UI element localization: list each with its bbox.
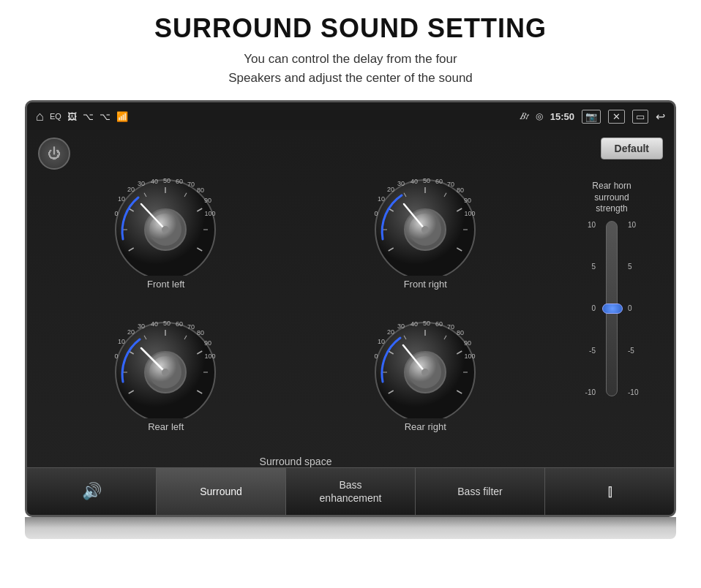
- svg-text:0: 0: [115, 353, 119, 360]
- main-content: ⏻ Default: [27, 130, 674, 467]
- power-button[interactable]: ⏻: [38, 137, 70, 170]
- surround-space-label: Surround space: [38, 456, 553, 467]
- svg-text:90: 90: [204, 197, 211, 204]
- svg-text:100: 100: [464, 353, 475, 360]
- knob-rear-right[interactable]: 10 20 30 40 50 60 70 80 90 100 0: [298, 316, 554, 455]
- knobs-left: 10 20 30 40 50 60 70 80 90 100 0: [38, 173, 553, 467]
- knob-rear-right-label: Rear right: [405, 421, 446, 432]
- svg-point-99: [421, 369, 429, 376]
- svg-text:60: 60: [176, 320, 183, 328]
- svg-text:100: 100: [464, 210, 475, 217]
- svg-text:40: 40: [411, 320, 418, 328]
- back-icon[interactable]: ↩: [656, 110, 665, 124]
- status-bar-right: 𝐵𝑡 ◎ 15:50 📷 ✕ ▭ ↩: [520, 110, 665, 124]
- svg-text:100: 100: [205, 353, 216, 360]
- svg-text:90: 90: [204, 339, 211, 347]
- eq-sliders-icon: ⫿: [607, 481, 613, 502]
- svg-text:90: 90: [464, 197, 471, 204]
- svg-text:80: 80: [457, 186, 464, 194]
- knobs-grid: 10 20 30 40 50 60 70 80 90 100 0: [38, 173, 553, 454]
- tab-bass-enhancement-label: Bassenhancement: [320, 478, 382, 505]
- svg-text:80: 80: [197, 186, 204, 194]
- svg-text:80: 80: [457, 329, 464, 336]
- gauge-rear-left: 10 20 30 40 50 60 70 80 90 100 0: [109, 316, 222, 418]
- tab-speaker[interactable]: 🔊: [27, 468, 157, 515]
- svg-text:10: 10: [118, 338, 125, 345]
- svg-text:70: 70: [187, 181, 195, 188]
- svg-text:80: 80: [197, 329, 204, 336]
- tab-bass-filter-label: Bass filter: [457, 485, 502, 498]
- svg-text:0: 0: [374, 210, 378, 217]
- slider-track-wrapper[interactable]: [603, 221, 621, 396]
- svg-text:20: 20: [387, 328, 394, 336]
- gauge-rear-right: 10 20 30 40 50 60 70 80 90 100 0: [369, 316, 482, 418]
- gauge-front-left: 10 20 30 40 50 60 70 80 90 100 0: [109, 173, 222, 276]
- svg-text:20: 20: [387, 186, 394, 193]
- knob-rear-left-label: Rear left: [148, 421, 184, 432]
- slider-track[interactable]: [606, 221, 618, 396]
- header-section: SURROUND SOUND SETTING You can control t…: [0, 0, 701, 93]
- gps-icon: ◎: [536, 111, 543, 121]
- default-button[interactable]: Default: [601, 137, 663, 159]
- wifi-icon: 📶: [116, 111, 128, 122]
- svg-text:60: 60: [435, 178, 443, 185]
- svg-text:40: 40: [151, 178, 158, 185]
- tab-surround-label: Surround: [200, 485, 242, 498]
- time-display: 15:50: [550, 111, 574, 122]
- slider-thumb[interactable]: [602, 304, 623, 314]
- svg-text:10: 10: [378, 195, 385, 203]
- svg-text:100: 100: [205, 210, 216, 217]
- screen-icon[interactable]: ▭: [632, 110, 648, 124]
- svg-text:50: 50: [423, 177, 430, 184]
- power-icon: ⏻: [48, 146, 61, 162]
- tab-eq[interactable]: ⫿: [545, 468, 674, 515]
- tab-bass-enhancement[interactable]: Bassenhancement: [286, 468, 416, 515]
- tab-bass-filter[interactable]: Bass filter: [416, 468, 545, 515]
- gauge-front-right: 10 20 30 40 50 60 70 80 90 100 0: [369, 173, 482, 276]
- eq-label: EQ: [50, 112, 61, 121]
- knob-front-right-label: Front right: [404, 279, 447, 290]
- svg-text:70: 70: [447, 181, 454, 188]
- camera-icon[interactable]: 📷: [582, 110, 601, 124]
- tab-surround[interactable]: Surround: [157, 468, 286, 515]
- close-icon[interactable]: ✕: [608, 110, 625, 124]
- svg-text:30: 30: [138, 180, 145, 187]
- svg-point-49: [421, 226, 429, 233]
- home-icon[interactable]: ⌂: [36, 109, 44, 124]
- svg-text:0: 0: [374, 353, 378, 360]
- svg-text:30: 30: [397, 180, 405, 187]
- slider-container: 10 5 0 -5 -10 10: [585, 221, 639, 396]
- status-bar: ⌂ EQ 🖼 ⌥ ⌥ 📶 𝐵𝑡 ◎ 15:50 📷 ✕ ▭ ↩: [27, 102, 674, 130]
- image-icon: 🖼: [67, 111, 77, 122]
- top-row: ⏻ Default: [38, 137, 663, 170]
- page-wrapper: SURROUND SOUND SETTING You can control t…: [0, 0, 701, 588]
- bt-icon: 𝐵𝑡: [520, 110, 528, 122]
- knob-front-left[interactable]: 10 20 30 40 50 60 70 80 90 100 0: [38, 173, 294, 312]
- status-bar-left: ⌂ EQ 🖼 ⌥ ⌥ 📶: [36, 109, 128, 124]
- svg-text:50: 50: [163, 320, 170, 327]
- speaker-icon: 🔊: [82, 481, 102, 502]
- svg-text:20: 20: [127, 186, 135, 193]
- knob-front-left-label: Front left: [147, 279, 184, 290]
- svg-text:90: 90: [464, 339, 471, 347]
- svg-text:50: 50: [163, 177, 170, 184]
- slider-label: Rear horn surround strength: [592, 181, 631, 215]
- device-frame: ⌂ EQ 🖼 ⌥ ⌥ 📶 𝐵𝑡 ◎ 15:50 📷 ✕ ▭ ↩ ⏻: [25, 100, 676, 517]
- svg-text:50: 50: [423, 320, 430, 327]
- usb-icon2: ⌥: [100, 111, 110, 122]
- svg-text:30: 30: [397, 323, 405, 330]
- knob-front-right[interactable]: 10 20 30 40 50 60 70 80 90 100 0: [298, 173, 554, 312]
- svg-text:40: 40: [411, 178, 418, 185]
- svg-text:40: 40: [151, 320, 158, 328]
- slider-scale-right: 10 5 0 -5 -10: [626, 221, 638, 396]
- slider-section: Rear horn surround strength 10 5 0 -5 -1…: [561, 173, 663, 467]
- svg-text:70: 70: [447, 323, 454, 331]
- device-bottom: [25, 517, 676, 539]
- svg-text:10: 10: [378, 338, 385, 345]
- knobs-section: 10 20 30 40 50 60 70 80 90 100 0: [38, 173, 663, 467]
- svg-text:20: 20: [127, 328, 135, 336]
- svg-text:60: 60: [435, 320, 443, 328]
- svg-text:10: 10: [118, 195, 125, 203]
- knob-rear-left[interactable]: 10 20 30 40 50 60 70 80 90 100 0: [38, 316, 294, 455]
- page-title: SURROUND SOUND SETTING: [29, 13, 672, 44]
